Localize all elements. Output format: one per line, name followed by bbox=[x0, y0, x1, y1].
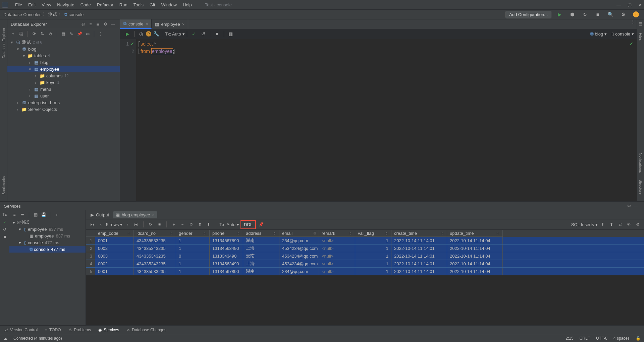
tx-icon[interactable]: Tx bbox=[2, 212, 7, 217]
stop-icon[interactable]: ■ bbox=[2, 234, 7, 239]
column-header[interactable]: remark bbox=[322, 231, 335, 236]
tab-close-icon[interactable]: × bbox=[152, 212, 155, 217]
tree-datasource[interactable]: ▾⛁测试2 of 6 bbox=[7, 39, 120, 46]
account-icon[interactable]: ↑ bbox=[633, 11, 639, 17]
upload-icon[interactable]: ⬆ bbox=[609, 222, 614, 227]
stop-icon[interactable]: ■ bbox=[595, 11, 601, 17]
column-header[interactable]: idcard_no bbox=[137, 231, 156, 236]
table-row[interactable]: 50001434335533235113134567890湖南234@qq.co… bbox=[86, 268, 644, 275]
column-header[interactable]: vali_flag bbox=[358, 231, 374, 236]
column-header[interactable]: phone bbox=[212, 231, 224, 236]
commit-icon[interactable]: ✓ bbox=[191, 31, 197, 37]
tab-employee[interactable]: ▦employee× bbox=[152, 19, 188, 29]
column-header[interactable]: update_time bbox=[450, 231, 474, 236]
breadcrumb-root[interactable]: Database Consoles bbox=[3, 12, 41, 17]
add-icon[interactable]: ＋ bbox=[54, 212, 59, 217]
svc-datasource-node[interactable]: ▾⛁测试 bbox=[9, 219, 86, 226]
table-row[interactable]: 40002434335343235113134563490上海4534234@q… bbox=[86, 260, 644, 268]
sync-icon[interactable]: ⇅ bbox=[40, 31, 45, 36]
column-header[interactable]: create_time bbox=[394, 231, 417, 236]
target-icon[interactable]: ◎ bbox=[81, 22, 86, 26]
copy-icon[interactable]: ⿻ bbox=[19, 31, 23, 36]
menu-refactor[interactable]: Refactor bbox=[94, 2, 116, 7]
menu-code[interactable]: Code bbox=[77, 2, 94, 7]
tool-structure[interactable]: Structure bbox=[639, 180, 643, 195]
tab-menu-icon[interactable]: ⋮ bbox=[631, 19, 635, 24]
pin-icon[interactable]: 📌 bbox=[259, 222, 263, 227]
plan-icon[interactable]: P bbox=[146, 31, 151, 37]
search-icon[interactable]: 🔍 bbox=[607, 11, 613, 17]
breadcrumb-db[interactable]: 测试 bbox=[48, 11, 57, 17]
first-page-icon[interactable]: ⏮ bbox=[90, 222, 95, 227]
menu-git[interactable]: Git bbox=[147, 2, 158, 7]
debug-icon[interactable]: ⬢ bbox=[569, 11, 575, 17]
column-header[interactable]: emp_code bbox=[98, 231, 118, 236]
last-page-icon[interactable]: ⏭ bbox=[134, 222, 139, 227]
menu-help[interactable]: Help bbox=[180, 2, 195, 7]
breadcrumb-console[interactable]: console bbox=[68, 12, 84, 17]
svc-employee-result[interactable]: ▦employee837 ms bbox=[9, 232, 86, 239]
svc-console-group[interactable]: ▾▯console477 ms bbox=[9, 239, 86, 246]
stop-icon[interactable]: ■ bbox=[157, 222, 162, 227]
download-icon[interactable]: ⬇ bbox=[600, 222, 605, 227]
column-header[interactable]: address bbox=[246, 231, 261, 236]
tab-close-icon[interactable]: × bbox=[146, 21, 148, 26]
svc-console-result[interactable]: ⧉console477 ms bbox=[9, 246, 86, 253]
expand-icon[interactable]: ≡ bbox=[88, 22, 93, 26]
tool-files[interactable]: Files bbox=[639, 33, 643, 41]
tab-console[interactable]: ⧉console× bbox=[120, 19, 152, 29]
rollback-icon[interactable]: ↺ bbox=[200, 31, 206, 37]
menu-window[interactable]: Window bbox=[158, 2, 180, 7]
table-row[interactable]: 3000343433534323501313343490云南4534234@qq… bbox=[86, 252, 644, 260]
view-icon[interactable]: ▭ bbox=[85, 31, 90, 36]
tree-table-blog[interactable]: ›▦blog bbox=[7, 59, 120, 66]
prev-page-icon[interactable]: ‹ bbox=[99, 222, 103, 227]
tab-db-changes[interactable]: ≋Database Changes bbox=[126, 328, 166, 332]
tree-table-menu[interactable]: ›▦menu bbox=[7, 86, 120, 92]
encoding[interactable]: UTF-8 bbox=[596, 336, 607, 341]
result-grid[interactable]: emp_code≑ idcard_no≑ gender≑ phone≑ addr… bbox=[86, 230, 644, 325]
tab-problems[interactable]: ⚠Problems bbox=[68, 328, 91, 332]
tree-tables[interactable]: ▾📁tables4 bbox=[7, 52, 120, 59]
gear-icon[interactable]: ⚙ bbox=[635, 222, 640, 227]
tx-mode-dropdown[interactable]: Tx: Auto▾ bbox=[165, 31, 185, 37]
remove-row-icon[interactable]: － bbox=[180, 222, 185, 227]
rows-dropdown[interactable]: 5 rows▾ bbox=[106, 222, 122, 227]
tree-columns[interactable]: ›📁columns12 bbox=[7, 72, 120, 79]
code-editor[interactable]: 1✔ 2 ⎡select * ⎣from employee; ✔ bbox=[120, 39, 637, 201]
menu-run[interactable]: Run bbox=[116, 2, 130, 7]
history-icon[interactable]: ◷ bbox=[138, 31, 144, 37]
cancel-icon[interactable]: ⊘ bbox=[48, 31, 53, 36]
tree-keys[interactable]: ›📁keys1 bbox=[7, 79, 120, 86]
hide-icon[interactable]: — bbox=[110, 22, 115, 26]
files-tool-icon[interactable]: ▤ bbox=[638, 21, 643, 26]
menu-view[interactable]: View bbox=[39, 2, 54, 7]
gear-icon[interactable]: ⚙ bbox=[103, 22, 108, 26]
menu-navigate[interactable]: Navigate bbox=[54, 2, 77, 7]
minimize-icon[interactable]: — bbox=[616, 2, 621, 7]
column-header[interactable]: email bbox=[282, 231, 292, 236]
hide-icon[interactable]: — bbox=[634, 204, 639, 208]
gear-icon[interactable]: ⚙ bbox=[627, 204, 631, 208]
tree-table-user[interactable]: ›▦user bbox=[7, 92, 120, 99]
revert-icon[interactable]: ↺ bbox=[189, 222, 194, 227]
save-icon[interactable]: 💾 bbox=[41, 212, 46, 217]
column-header[interactable]: gender bbox=[179, 231, 192, 236]
svc-employee-group[interactable]: ▾▯employee837 ms bbox=[9, 226, 86, 232]
tree-table-employee[interactable]: ▾▦employee bbox=[7, 66, 120, 72]
tab-todo[interactable]: ≡TODO bbox=[45, 328, 61, 332]
indent[interactable]: 4 spaces bbox=[613, 336, 630, 341]
menu-file[interactable]: File bbox=[12, 2, 25, 7]
execute-icon[interactable]: ▶ bbox=[124, 31, 130, 37]
caret-position[interactable]: 2:15 bbox=[566, 336, 573, 341]
menu-tools[interactable]: Tools bbox=[130, 2, 147, 7]
tree-schema-enterprise[interactable]: ›⛃enterprise_hrms bbox=[7, 99, 120, 106]
output-tab[interactable]: ▶Output bbox=[88, 211, 112, 218]
ddl-button[interactable]: DDL bbox=[240, 220, 256, 229]
expand-icon[interactable]: ≡ bbox=[12, 212, 17, 217]
line-separator[interactable]: CRLF bbox=[580, 336, 590, 341]
submit-icon[interactable]: ⬆ bbox=[198, 222, 202, 227]
table-row[interactable]: 20002434335343235113134563490上海4534234@q… bbox=[86, 245, 644, 252]
layout-icon[interactable]: ▦ bbox=[228, 31, 234, 37]
maximize-icon[interactable]: ▢ bbox=[628, 2, 632, 7]
